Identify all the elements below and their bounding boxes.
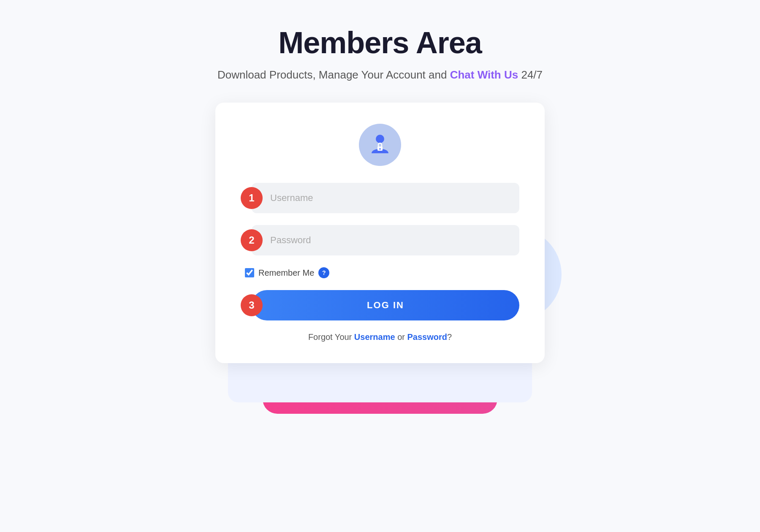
login-card: 1 2 Remember Me ? 3 LOG IN Forgot Your U… (215, 103, 545, 363)
card-wrapper: 1 2 Remember Me ? 3 LOG IN Forgot Your U… (215, 103, 545, 363)
forgot-text-before: Forgot Your (308, 332, 352, 342)
subtitle-text-before: Download Products, Manage Your Account a… (217, 68, 447, 81)
avatar-wrapper (241, 124, 519, 166)
help-icon[interactable]: ? (318, 267, 329, 278)
forgot-text-middle: or (397, 332, 407, 342)
step-badge-1: 1 (241, 187, 263, 209)
remember-checkbox[interactable] (245, 268, 254, 277)
user-lock-icon (367, 131, 393, 158)
avatar (359, 124, 401, 166)
page-title: Members Area (278, 25, 482, 60)
forgot-text-after: ? (447, 332, 452, 342)
username-row: 1 (241, 183, 519, 213)
forgot-row: Forgot Your Username or Password? (241, 332, 519, 342)
password-row: 2 (241, 225, 519, 255)
svg-rect-3 (380, 149, 380, 150)
subtitle-text-after: 24/7 (521, 68, 543, 81)
chat-link[interactable]: Chat With Us (450, 68, 518, 81)
login-button[interactable]: LOG IN (252, 290, 519, 320)
forgot-password-link[interactable]: Password (407, 332, 447, 342)
username-input[interactable] (252, 183, 519, 213)
password-input[interactable] (252, 225, 519, 255)
forgot-username-link[interactable]: Username (354, 332, 395, 342)
step-badge-3: 3 (241, 294, 263, 316)
step-badge-2: 2 (241, 229, 263, 251)
login-row: 3 LOG IN (241, 290, 519, 320)
subtitle: Download Products, Manage Your Account a… (217, 68, 543, 81)
remember-label: Remember Me (258, 268, 314, 278)
remember-me-row: Remember Me ? (241, 267, 519, 278)
svg-point-0 (376, 135, 384, 143)
